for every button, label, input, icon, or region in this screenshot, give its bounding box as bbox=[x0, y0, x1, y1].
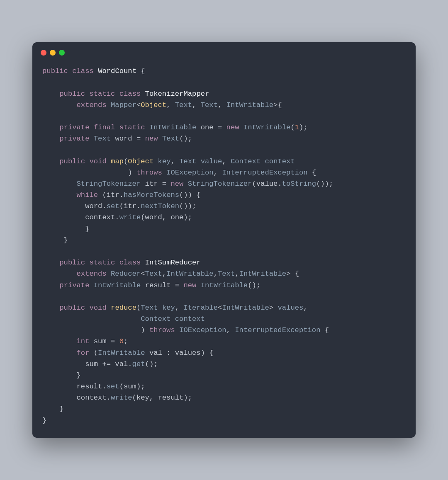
code-line: ) throws IOException, InterruptedExcepti… bbox=[42, 167, 406, 178]
code-line: public class WordCount { bbox=[42, 65, 406, 77]
code-token: get bbox=[132, 360, 145, 368]
code-line: sum += val.get(); bbox=[42, 359, 406, 370]
code-line: } bbox=[42, 235, 406, 246]
code-token: while bbox=[77, 191, 98, 199]
code-token: public bbox=[59, 304, 85, 312]
code-line: word.set(itr.nextToken()); bbox=[42, 201, 406, 212]
code-token bbox=[107, 270, 111, 278]
code-token: { bbox=[136, 67, 145, 75]
code-token: ) bbox=[42, 169, 136, 177]
code-token: 1 bbox=[295, 124, 299, 131]
code-token bbox=[42, 281, 59, 289]
code-token: new bbox=[226, 124, 239, 131]
code-token: InterruptedException bbox=[222, 169, 307, 177]
code-token: final bbox=[94, 124, 115, 131]
code-token: ()); bbox=[179, 202, 196, 210]
code-token bbox=[158, 304, 162, 312]
code-token: void bbox=[89, 158, 106, 165]
code-token: IntWritable bbox=[243, 124, 290, 131]
code-token: , bbox=[166, 101, 175, 109]
code-token bbox=[115, 124, 119, 131]
code-token bbox=[107, 101, 111, 109]
code-token: , bbox=[226, 326, 235, 334]
code-line: context.write(key, result); bbox=[42, 392, 406, 403]
code-token bbox=[170, 315, 175, 323]
code-token: sum += val. bbox=[42, 360, 132, 368]
code-token: IntWritable bbox=[201, 281, 248, 289]
code-token: context bbox=[175, 315, 205, 323]
code-window: public class WordCount { public static c… bbox=[32, 42, 416, 438]
code-token: new bbox=[145, 135, 158, 143]
code-token: > bbox=[269, 304, 278, 312]
code-token: WordCount bbox=[98, 67, 136, 75]
code-token: for bbox=[77, 349, 90, 357]
code-token bbox=[158, 135, 162, 143]
code-token: public bbox=[59, 259, 85, 267]
code-line: public void reduce(Text key, Iterable<In… bbox=[42, 302, 406, 313]
code-token: Iterable bbox=[183, 304, 218, 312]
code-token: values bbox=[278, 304, 303, 312]
code-token: , bbox=[192, 101, 201, 109]
code-token: , bbox=[171, 158, 180, 165]
code-token bbox=[196, 158, 200, 165]
code-line: } bbox=[42, 415, 406, 426]
code-line: private final static IntWritable one = n… bbox=[42, 122, 406, 133]
code-token: Text bbox=[162, 135, 179, 143]
code-token: InterruptedException bbox=[235, 326, 320, 334]
code-token bbox=[183, 180, 187, 188]
code-token bbox=[145, 124, 149, 131]
code-token: nextToken bbox=[141, 202, 179, 210]
code-line: Context context bbox=[42, 313, 406, 325]
code-token: ( bbox=[290, 124, 295, 131]
code-token: ) bbox=[42, 326, 149, 334]
code-token bbox=[107, 158, 111, 165]
code-line: context.write(word, one); bbox=[42, 212, 406, 223]
code-line: while (itr.hasMoreTokens()) { bbox=[42, 189, 406, 201]
code-token: result. bbox=[42, 383, 107, 390]
code-token: Mapper bbox=[111, 101, 136, 109]
code-token bbox=[85, 259, 89, 267]
code-token bbox=[107, 304, 111, 312]
code-token: public bbox=[59, 158, 85, 165]
code-line: ) throws IOException, InterruptedExcepti… bbox=[42, 325, 406, 336]
code-token: > { bbox=[286, 270, 299, 278]
code-token: set bbox=[107, 202, 119, 210]
code-token: context bbox=[265, 158, 295, 165]
code-token: Text bbox=[141, 304, 158, 312]
code-line: } bbox=[42, 223, 406, 235]
code-token: { bbox=[308, 169, 317, 177]
code-line bbox=[42, 144, 406, 155]
code-token bbox=[42, 315, 141, 323]
code-token: } bbox=[42, 405, 64, 413]
code-token: (value. bbox=[252, 180, 282, 188]
code-token: , bbox=[214, 270, 218, 278]
code-token: sum = bbox=[89, 337, 119, 345]
code-token: (itr. bbox=[119, 202, 141, 210]
code-token bbox=[42, 135, 59, 143]
code-token: map bbox=[111, 158, 124, 165]
code-token bbox=[42, 90, 59, 98]
code-token: ()); bbox=[316, 180, 333, 188]
zoom-icon[interactable] bbox=[59, 50, 65, 56]
code-token: Context bbox=[231, 158, 261, 165]
code-token bbox=[196, 281, 200, 289]
code-token: IntWritable bbox=[239, 270, 286, 278]
code-token: StringTokenizer bbox=[188, 180, 252, 188]
minimize-icon[interactable] bbox=[50, 50, 56, 56]
code-token: private bbox=[59, 124, 89, 131]
code-token: Text bbox=[201, 101, 218, 109]
code-token: (); bbox=[248, 281, 261, 289]
code-token: key bbox=[162, 304, 175, 312]
code-token bbox=[42, 158, 59, 165]
code-token bbox=[42, 191, 77, 199]
code-line: private IntWritable result = new IntWrit… bbox=[42, 280, 406, 291]
code-token: ( bbox=[124, 158, 128, 165]
close-icon[interactable] bbox=[41, 50, 46, 56]
code-token: Context bbox=[141, 315, 170, 323]
code-token: (); bbox=[145, 360, 158, 368]
code-line: public static class IntSumReducer bbox=[42, 257, 406, 268]
code-token: } bbox=[42, 236, 68, 244]
code-token: , bbox=[235, 270, 239, 278]
code-token: val : values) { bbox=[145, 349, 214, 357]
code-token bbox=[141, 259, 145, 267]
